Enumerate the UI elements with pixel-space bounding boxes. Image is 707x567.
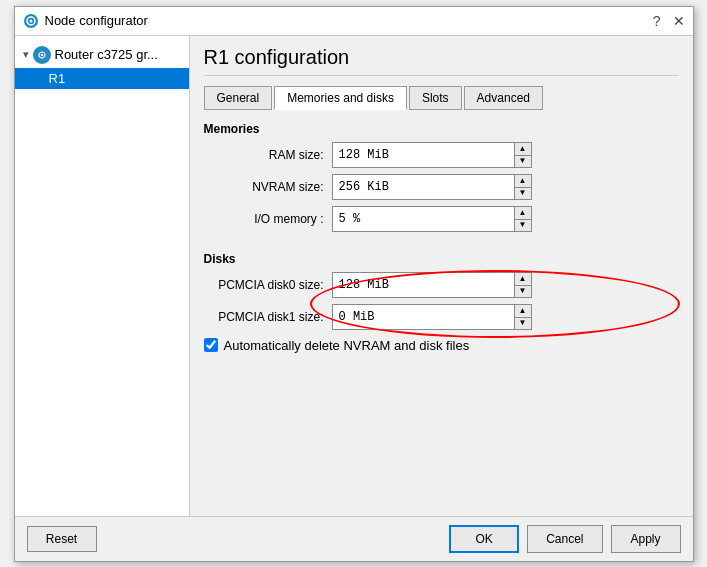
cancel-button[interactable]: Cancel [527, 525, 602, 553]
help-button[interactable]: ? [653, 13, 661, 29]
disk0-up-arrow[interactable]: ▲ [515, 273, 531, 285]
router-icon [33, 46, 51, 64]
bottom-bar: Reset OK Cancel Apply [15, 516, 693, 561]
content-area: Memories RAM size: ▲ ▼ NVRAM size: [204, 122, 679, 506]
window-title: Node configurator [45, 13, 148, 28]
disks-section: Disks PCMCIA disk0 size: ▲ ▼ [204, 252, 679, 353]
tab-slots[interactable]: Slots [409, 86, 462, 110]
disk0-down-arrow[interactable]: ▼ [515, 285, 531, 297]
apply-button[interactable]: Apply [611, 525, 681, 553]
tree-toggle-icon: ▾ [23, 48, 29, 61]
disks-section-label: Disks [204, 252, 679, 266]
reset-button[interactable]: Reset [27, 526, 97, 552]
ram-arrows: ▲ ▼ [514, 143, 531, 167]
ram-up-arrow[interactable]: ▲ [515, 143, 531, 155]
window-icon [23, 13, 39, 29]
auto-delete-checkbox[interactable] [204, 338, 218, 352]
disk0-input[interactable] [333, 273, 514, 297]
nvram-spinbox[interactable]: ▲ ▼ [332, 174, 532, 200]
io-down-arrow[interactable]: ▼ [515, 219, 531, 231]
io-label: I/O memory : [204, 212, 324, 226]
io-up-arrow[interactable]: ▲ [515, 207, 531, 219]
ram-row: RAM size: ▲ ▼ [204, 142, 679, 168]
disk1-up-arrow[interactable]: ▲ [515, 305, 531, 317]
title-bar-left: Node configurator [23, 13, 148, 29]
ram-spinbox[interactable]: ▲ ▼ [332, 142, 532, 168]
main-content: R1 configuration General Memories and di… [190, 36, 693, 516]
title-bar: Node configurator ? ✕ [15, 7, 693, 36]
window-body: ▾ Router c3725 gr... R1 R1 configuration [15, 36, 693, 516]
nvram-arrows: ▲ ▼ [514, 175, 531, 199]
disk0-row: PCMCIA disk0 size: ▲ ▼ [204, 272, 679, 298]
close-button[interactable]: ✕ [673, 13, 685, 29]
sidebar-parent-item[interactable]: ▾ Router c3725 gr... [15, 42, 189, 68]
io-spinbox[interactable]: ▲ ▼ [332, 206, 532, 232]
nvram-row: NVRAM size: ▲ ▼ [204, 174, 679, 200]
svg-point-5 [40, 53, 42, 55]
tab-memories-and-disks[interactable]: Memories and disks [274, 86, 407, 110]
ok-button[interactable]: OK [449, 525, 519, 553]
disk1-input[interactable] [333, 305, 514, 329]
disk1-arrows: ▲ ▼ [514, 305, 531, 329]
ram-label: RAM size: [204, 148, 324, 162]
nvram-up-arrow[interactable]: ▲ [515, 175, 531, 187]
nvram-label: NVRAM size: [204, 180, 324, 194]
sidebar-parent-label: Router c3725 gr... [55, 47, 158, 62]
sidebar-child-r1[interactable]: R1 [15, 68, 189, 89]
nvram-down-arrow[interactable]: ▼ [515, 187, 531, 199]
sidebar: ▾ Router c3725 gr... R1 [15, 36, 190, 516]
io-arrows: ▲ ▼ [514, 207, 531, 231]
disk0-arrows: ▲ ▼ [514, 273, 531, 297]
config-title: R1 configuration [204, 46, 679, 76]
auto-delete-row: Automatically delete NVRAM and disk file… [204, 338, 679, 353]
ram-down-arrow[interactable]: ▼ [515, 155, 531, 167]
svg-point-2 [29, 19, 32, 22]
disk1-down-arrow[interactable]: ▼ [515, 317, 531, 329]
io-input[interactable] [333, 207, 514, 231]
disk1-row: PCMCIA disk1 size: ▲ ▼ [204, 304, 679, 330]
tab-general[interactable]: General [204, 86, 273, 110]
memories-section-label: Memories [204, 122, 679, 136]
action-buttons: OK Cancel Apply [449, 525, 680, 553]
memories-section: Memories RAM size: ▲ ▼ NVRAM size: [204, 122, 679, 238]
disk0-label: PCMCIA disk0 size: [204, 278, 324, 292]
auto-delete-label[interactable]: Automatically delete NVRAM and disk file… [224, 338, 470, 353]
disk0-spinbox[interactable]: ▲ ▼ [332, 272, 532, 298]
sidebar-child-label: R1 [49, 71, 66, 86]
io-row: I/O memory : ▲ ▼ [204, 206, 679, 232]
ram-input[interactable] [333, 143, 514, 167]
disk1-spinbox[interactable]: ▲ ▼ [332, 304, 532, 330]
node-configurator-window: Node configurator ? ✕ ▾ Router c3725 gr.… [14, 6, 694, 562]
nvram-input[interactable] [333, 175, 514, 199]
tab-advanced[interactable]: Advanced [464, 86, 543, 110]
disk1-label: PCMCIA disk1 size: [204, 310, 324, 324]
tabs: General Memories and disks Slots Advance… [204, 86, 679, 110]
title-bar-controls: ? ✕ [653, 13, 685, 29]
